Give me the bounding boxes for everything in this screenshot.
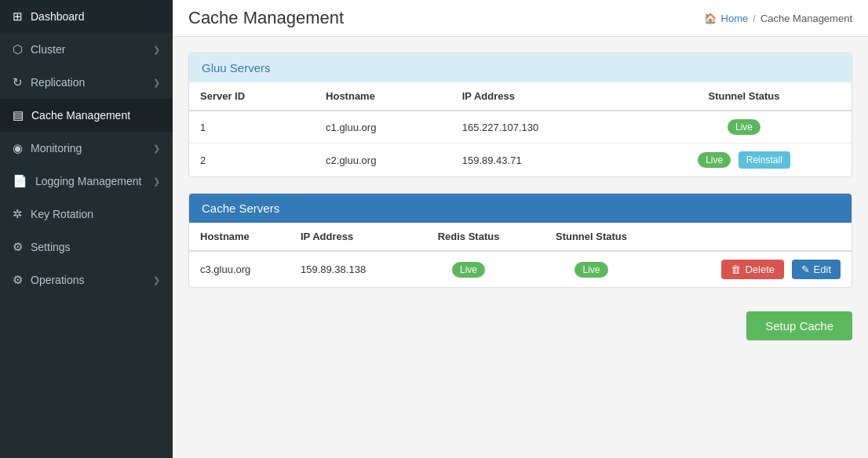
sidebar-item-label: Settings: [31, 241, 160, 253]
chevron-right-icon: ❯: [153, 275, 160, 285]
sidebar-item-cluster[interactable]: ⬡ Cluster ❯: [0, 33, 173, 66]
monitoring-icon: ◉: [13, 141, 23, 155]
sidebar-item-replication[interactable]: ↻ Replication ❯: [0, 66, 173, 99]
content-area: Gluu Servers Server ID Hostname IP Addre…: [173, 37, 868, 458]
home-icon: 🏠: [704, 13, 717, 24]
cell-hostname: c3.gluu.org: [189, 251, 290, 287]
col-ip-address: IP Address: [451, 82, 636, 111]
logging-icon: 📄: [13, 174, 27, 188]
cluster-icon: ⬡: [13, 42, 23, 56]
sidebar-item-cache-management[interactable]: ▤ Cache Management: [0, 99, 173, 132]
col-ip-address: IP Address: [290, 223, 410, 251]
gluu-servers-panel: Gluu Servers Server ID Hostname IP Addre…: [188, 53, 852, 177]
status-badge: Live: [698, 152, 731, 168]
cell-ip-address: 165.227.107.130: [451, 111, 636, 144]
chevron-right-icon: ❯: [153, 78, 160, 88]
delete-button[interactable]: 🗑Delete: [721, 260, 784, 279]
gluu-servers-heading: Gluu Servers: [189, 53, 852, 82]
status-badge: Live: [728, 119, 760, 135]
sidebar-item-label: Cache Management: [31, 109, 160, 122]
edit-button[interactable]: ✎Edit: [792, 260, 841, 279]
col-hostname: Hostname: [315, 82, 451, 111]
cell-server-id: 2: [189, 144, 315, 177]
cell-redis-status: Live: [410, 251, 527, 287]
cell-ip-address: 159.89.38.138: [290, 251, 410, 287]
cell-ip-address: 159.89.43.71: [451, 144, 636, 177]
status-badge: Live: [574, 262, 607, 278]
sidebar-item-label: Replication: [31, 76, 153, 89]
breadcrumb: 🏠 Home / Cache Management: [704, 13, 852, 24]
status-badge: Live: [452, 262, 485, 278]
setup-cache-area: Setup Cache: [188, 304, 852, 340]
sidebar-item-label: Logging Management: [35, 175, 153, 187]
edit-icon: ✎: [801, 264, 810, 275]
cell-stunnel-status: Live: [636, 111, 852, 144]
sidebar-item-key-rotation[interactable]: ✲ Key Rotation: [0, 198, 173, 231]
sidebar-item-operations[interactable]: ⚙ Operations ❯: [0, 264, 173, 296]
cell-hostname: c1.gluu.org: [315, 111, 451, 144]
cache-icon: ▤: [13, 108, 24, 122]
sidebar-item-logging-management[interactable]: 📄 Logging Management ❯: [0, 165, 173, 198]
cell-stunnel-status: Live Reinstall: [636, 144, 852, 177]
sidebar-item-settings[interactable]: ⚙ Settings: [0, 231, 173, 264]
operations-icon: ⚙: [13, 273, 23, 287]
table-row: 2 c2.gluu.org 159.89.43.71 Live Reinstal…: [189, 144, 852, 177]
trash-icon: 🗑: [731, 264, 741, 275]
col-actions: [656, 223, 852, 251]
breadcrumb-home[interactable]: Home: [721, 13, 749, 24]
cell-hostname: c2.gluu.org: [315, 144, 451, 177]
key-rotation-icon: ✲: [13, 207, 23, 221]
table-row: c3.gluu.org 159.89.38.138 Live Live 🗑Del…: [189, 251, 852, 287]
cell-actions: 🗑Delete ✎Edit: [656, 251, 852, 287]
col-redis-status: Redis Status: [410, 223, 527, 251]
settings-icon: ⚙: [13, 240, 23, 254]
sidebar-item-monitoring[interactable]: ◉ Monitoring ❯: [0, 132, 173, 165]
page-header: Cache Management 🏠 Home / Cache Manageme…: [173, 0, 868, 37]
cell-server-id: 1: [189, 111, 315, 144]
replication-icon: ↻: [13, 75, 23, 89]
col-server-id: Server ID: [189, 82, 315, 111]
reinstall-button[interactable]: Reinstall: [739, 151, 790, 169]
dashboard-icon: ⊞: [13, 9, 23, 24]
chevron-right-icon: ❯: [153, 144, 160, 154]
breadcrumb-current: Cache Management: [760, 13, 852, 24]
main-content: Cache Management 🏠 Home / Cache Manageme…: [173, 0, 868, 458]
cache-servers-panel: Cache Servers Hostname IP Address Redis …: [188, 193, 852, 288]
sidebar-item-label: Cluster: [31, 43, 153, 56]
sidebar-item-label: Dashboard: [31, 10, 160, 23]
cell-stunnel-status: Live: [527, 251, 656, 287]
sidebar-item-label: Monitoring: [31, 142, 153, 154]
sidebar-item-label: Operations: [31, 274, 153, 286]
setup-cache-button[interactable]: Setup Cache: [746, 311, 852, 340]
cache-servers-table: Hostname IP Address Redis Status Stunnel…: [189, 223, 852, 287]
page-title: Cache Management: [188, 8, 344, 28]
col-stunnel-status: Stunnel Status: [636, 82, 852, 111]
col-hostname: Hostname: [189, 223, 290, 251]
gluu-servers-table: Server ID Hostname IP Address Stunnel St…: [189, 82, 852, 176]
cache-servers-heading: Cache Servers: [189, 194, 852, 223]
sidebar: ⊞ Dashboard ⬡ Cluster ❯ ↻ Replication ❯ …: [0, 0, 173, 458]
table-header-row: Server ID Hostname IP Address Stunnel St…: [189, 82, 852, 111]
chevron-right-icon: ❯: [153, 45, 160, 55]
sidebar-item-dashboard[interactable]: ⊞ Dashboard: [0, 0, 173, 33]
sidebar-item-label: Key Rotation: [31, 208, 160, 220]
chevron-right-icon: ❯: [153, 176, 160, 187]
col-stunnel-status: Stunnel Status: [527, 223, 656, 251]
table-row: 1 c1.gluu.org 165.227.107.130 Live: [189, 111, 852, 144]
breadcrumb-separator: /: [753, 13, 756, 24]
table-header-row: Hostname IP Address Redis Status Stunnel…: [189, 223, 852, 251]
